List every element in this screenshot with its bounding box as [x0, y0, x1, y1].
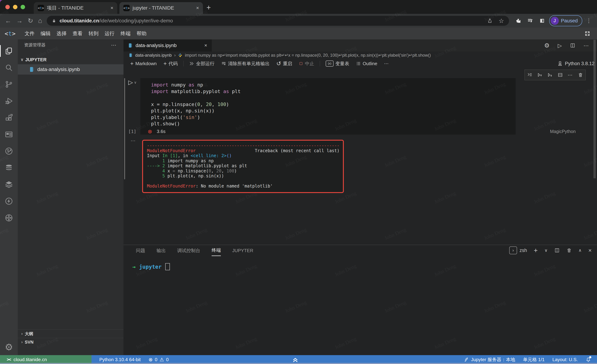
split-cell-icon[interactable] — [558, 72, 563, 77]
breadcrumb-file[interactable]: data-analysis.ipynb — [135, 53, 172, 58]
file-item-notebook[interactable]: data-analysis.ipynb — [18, 64, 124, 75]
cell-more-icon[interactable]: ⋯ — [568, 72, 573, 78]
menu-goto[interactable]: 转到 — [86, 30, 102, 37]
new-terminal-icon[interactable]: + — [534, 247, 538, 254]
output-collapse-icon[interactable]: ⋯ — [131, 138, 136, 144]
back-icon[interactable]: ← — [5, 17, 11, 24]
toolbar-more-icon[interactable]: ⋯ — [382, 61, 391, 66]
kernel-picker[interactable]: Python 3.8.12 — [557, 61, 597, 66]
execute-cell-and-below-icon[interactable] — [527, 72, 533, 77]
run-all-button[interactable]: 全部运行 — [187, 61, 217, 67]
close-tab-icon[interactable]: × — [196, 5, 199, 11]
browser-tab-inactive[interactable]: <t> 项目 - TITANIDE × — [34, 2, 117, 14]
python-interpreter[interactable]: Python 3.10.4 64-bit — [99, 357, 141, 362]
problems-indicator[interactable]: ⊗ 0 ⚠ 0 — [149, 357, 169, 363]
browser-tab-active[interactable]: <t> jupyter - TITANIDE × — [119, 2, 203, 14]
thunder-client-icon[interactable] — [0, 193, 18, 209]
browser-menu-icon[interactable]: ⋮ — [586, 18, 592, 24]
live-preview-icon[interactable] — [0, 126, 18, 143]
editor-scrollbar[interactable] — [593, 40, 596, 178]
delete-cell-icon[interactable] — [578, 72, 583, 77]
panel-tab-jupyter[interactable]: JUPYTER — [232, 245, 253, 256]
docker-layers-icon[interactable] — [0, 176, 18, 193]
move-panel-icon[interactable] — [0, 209, 18, 226]
restart-kernel-button[interactable]: ↺重启 — [274, 60, 294, 67]
split-editor-icon[interactable] — [570, 43, 575, 48]
breadcrumb[interactable]: data-analysis.ipynb › import numpy as np… — [124, 52, 597, 59]
url-bar[interactable]: cloud.titanide.cn/ide/web/coding/jupyter… — [47, 16, 509, 26]
notifications-bell-icon[interactable] — [586, 357, 591, 362]
database-icon[interactable] — [0, 159, 18, 176]
close-panel-icon[interactable]: × — [588, 247, 592, 254]
sidebar-section-svn[interactable]: › SVN — [18, 338, 124, 346]
play-icon[interactable]: ▷ — [128, 79, 133, 85]
source-control-icon[interactable] — [0, 76, 18, 93]
kill-terminal-icon[interactable] — [566, 248, 572, 253]
editor-more-icon[interactable]: ⋯ — [583, 42, 589, 49]
split-terminal-icon[interactable] — [554, 248, 560, 253]
extensions-puzzle-icon[interactable] — [515, 18, 521, 24]
jupyter-server-indicator[interactable]: Jupyter 服务器：本地 — [464, 356, 515, 363]
maximize-panel-icon[interactable]: ∧ — [579, 248, 582, 253]
clear-outputs-button[interactable]: 清除所有单元格输出 — [219, 61, 272, 67]
run-all-play-icon[interactable]: ▷ — [558, 42, 562, 49]
keyboard-layout[interactable]: Layout: U.S. — [552, 357, 578, 362]
terminal-shell-selector[interactable]: › zsh — [509, 247, 527, 254]
panel-tab-debug-console[interactable]: 调试控制台 — [177, 245, 200, 256]
expand-panel-chevrons[interactable] — [292, 355, 299, 364]
settings-gear-icon[interactable]: ⚙ — [0, 339, 18, 355]
home-icon[interactable]: ⌂ — [38, 17, 42, 24]
run-above-icon[interactable] — [537, 72, 543, 77]
panel-tab-terminal[interactable]: 终端 — [212, 245, 221, 256]
add-code-button[interactable]: +代码 — [161, 60, 180, 67]
chevron-down-icon[interactable]: ∨ — [134, 80, 137, 85]
menu-selection[interactable]: 选择 — [54, 30, 70, 37]
playlist-icon[interactable] — [527, 18, 533, 24]
cell-indicator[interactable]: 单元格 1/1 — [523, 356, 545, 363]
menu-run[interactable]: 运行 — [102, 30, 118, 37]
extensions-icon[interactable] — [0, 109, 18, 126]
cell-language-mode[interactable]: MagicPython — [550, 129, 576, 134]
window-controls[interactable] — [5, 5, 25, 9]
cell-code-editor[interactable]: import numpy as npimport matplotlib.pypl… — [140, 78, 516, 135]
menu-file[interactable]: 文件 — [22, 30, 38, 37]
maximize-window-button[interactable] — [21, 5, 25, 9]
terminal-content[interactable]: → jupyter — [124, 256, 597, 270]
new-tab-button[interactable]: + — [206, 4, 211, 11]
minimize-window-button[interactable] — [13, 5, 17, 9]
outline-button[interactable]: Outline — [354, 61, 379, 66]
forward-icon[interactable]: → — [16, 17, 23, 24]
gitlens-icon[interactable] — [0, 143, 18, 159]
run-debug-icon[interactable] — [0, 93, 18, 109]
menu-view[interactable]: 查看 — [70, 30, 86, 37]
interrupt-button[interactable]: 中止 — [297, 61, 316, 67]
sidebar-section-outline[interactable]: › 大纲 — [18, 330, 124, 338]
sidebar-toggle-icon[interactable] — [539, 18, 545, 24]
terminal-dropdown-icon[interactable]: ∨ — [544, 248, 548, 253]
editor-tab-notebook[interactable]: data-analysis.ipynb × — [124, 39, 212, 52]
menu-terminal[interactable]: 终端 — [118, 30, 134, 37]
breadcrumb-code-summary[interactable]: import numpy as np↵import matplotlib.pyp… — [185, 53, 431, 58]
run-below-icon[interactable] — [547, 72, 553, 77]
variables-button[interactable]: (x)变量表 — [323, 61, 351, 67]
reload-icon[interactable]: ↻ — [28, 17, 33, 24]
explorer-icon[interactable] — [0, 43, 18, 59]
search-icon[interactable] — [0, 59, 18, 76]
panel-tab-problems[interactable]: 问题 — [136, 245, 145, 256]
share-icon[interactable] — [487, 18, 493, 23]
menu-edit[interactable]: 编辑 — [38, 30, 54, 37]
browser-profile-button[interactable]: J Paused — [549, 15, 582, 26]
close-tab-icon[interactable]: × — [110, 5, 113, 11]
panel-tab-output[interactable]: 输出 — [157, 245, 166, 256]
notebook-settings-gear-icon[interactable]: ⚙ — [544, 42, 549, 49]
remote-indicator[interactable]: >< cloud.titanide.cn — [0, 355, 92, 364]
menu-help[interactable]: 帮助 — [134, 30, 149, 37]
close-editor-tab-icon[interactable]: × — [204, 43, 207, 48]
sidebar-section-jupyter[interactable]: ∨ JUPYTER — [18, 55, 124, 64]
fullscreen-icon[interactable] — [584, 30, 591, 37]
sidebar-more-icon[interactable]: ⋯ — [111, 42, 117, 48]
add-markdown-button[interactable]: +Markdown — [128, 60, 159, 67]
bookmark-star-icon[interactable]: ☆ — [499, 17, 504, 24]
close-window-button[interactable] — [5, 5, 10, 9]
run-cell-button[interactable]: ▷ ∨ — [128, 79, 137, 85]
